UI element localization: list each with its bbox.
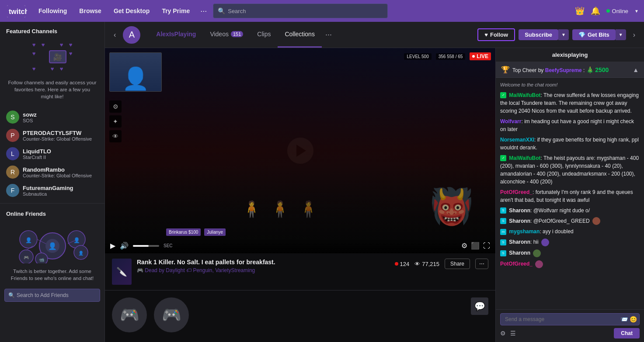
level-display: LEVEL 500 <box>404 53 431 60</box>
sidebar-item-sowz[interactable]: S sowz SOS <box>0 108 104 126</box>
online-dot <box>606 9 610 13</box>
viewer-count-hud: 356 558 / 65 <box>436 53 466 60</box>
stream-tags: 🎮 Dead by Daylight 🏷 Penguin, VarietyStr… <box>137 267 390 273</box>
channel-avatar-header: A <box>123 26 140 44</box>
tag-penguin[interactable]: Penguin <box>193 267 212 273</box>
msg-content-sharonn-1: @Wolfvarr night dude o/ <box>533 207 590 214</box>
msg-author-potofgreed-2: PotOfGreed_ <box>500 261 533 267</box>
emoji-icon[interactable]: 😊 <box>630 316 637 323</box>
channel-game-pterodactyl: Counter-Strike: Global Offensive <box>23 136 98 142</box>
nav-more-dots[interactable]: ··· <box>198 7 209 16</box>
chat-settings-icon[interactable]: ⚙ <box>500 330 506 337</box>
tab-collections[interactable]: Collections <box>278 22 321 48</box>
follow-button[interactable]: ♥ Follow <box>477 28 515 41</box>
msg-author-maiwaifu-1: MaiWaifuBot <box>509 92 540 98</box>
msg-author-norseman: NorsemanXXI <box>500 137 534 143</box>
search-bar[interactable]: 🔍 <box>213 3 388 18</box>
settings-button[interactable]: ⚙ <box>461 242 467 250</box>
more-options-button[interactable]: ⋯ <box>475 259 488 269</box>
chat-msg-mygshaman: m mygshaman: ayy i doubled <box>500 228 640 235</box>
chat-msg-maiwaifu-2: ✓ MaiWaifuBot: The heist payouts are: my… <box>500 154 640 186</box>
sidebar-item-pterodactyl[interactable]: P PTERODACTYLSFTW Counter-Strike: Global… <box>0 126 104 145</box>
sidebar-item-liquidtlo[interactable]: L LiquidTLO StarCraft II <box>0 145 104 163</box>
sidebar-toggle[interactable]: 💬 <box>471 297 488 315</box>
hearts-grid: ♥ ♥ ♥ ♥ ♥ 🎥 ♥ ♥ ♥ ♥ <box>31 41 74 72</box>
thumbnail-2[interactable]: 🎮 <box>154 297 189 332</box>
crown-icon[interactable]: 👑 <box>575 6 585 16</box>
tab-home[interactable]: AlexIsPlaying <box>149 22 203 48</box>
bell-icon[interactable]: 🔔 <box>591 6 600 16</box>
sidebar-item-futuremangaming[interactable]: F FuturemanGaming Subnautica <box>0 181 104 200</box>
online-status: Online <box>606 8 629 14</box>
chat-messages: Welcome to the chat room! ✓ MaiWaifuBot:… <box>496 78 644 309</box>
subscribe-group: Subscribe ▼ <box>519 29 569 40</box>
stream-area: 👤 ⚙ ✦ 👁 🧍 🧍 🧍 <box>105 48 644 342</box>
chat-msg-maiwaifu-1: ✓ MaiWaifuBot: The crew suffered a few l… <box>500 91 640 115</box>
stat-viewers-count: 👁 77,215 <box>414 261 439 267</box>
channel-info-randomrambo: RandomRambo Counter-Strike: Global Offen… <box>23 166 98 178</box>
get-bits-button[interactable]: 💎 Get Bits <box>572 29 616 40</box>
search-input[interactable] <box>228 8 383 14</box>
nav-right-actions: 👑 🔔 Online ▼ <box>575 6 639 16</box>
nav-dropdown-arrow[interactable]: ▼ <box>634 9 639 14</box>
search-icon: 🔍 <box>218 7 225 14</box>
next-arrow[interactable]: › <box>631 29 637 41</box>
game-tag-link[interactable]: Dead by Daylight <box>145 267 184 273</box>
chat-avatar-small-4 <box>535 260 543 268</box>
volume-button[interactable]: 🔊 <box>120 242 129 250</box>
nav-try-prime[interactable]: Try Prime <box>157 5 194 17</box>
chat-send-button[interactable]: Chat <box>614 328 640 339</box>
stream-info: 🔪 Rank 1 Killer. No Salt. I eat pallets … <box>105 253 495 290</box>
nav-browse[interactable]: Browse <box>75 5 106 17</box>
twitch-logo[interactable]: twitch <box>5 4 27 17</box>
featured-channels-title: Featured Channels <box>0 22 104 37</box>
prev-arrow[interactable]: ‹ <box>112 29 118 41</box>
subscribe-button[interactable]: Subscribe <box>519 29 558 40</box>
donation-overlay: Brinkarus $100 Julianye <box>162 228 495 236</box>
channel-name-pterodactyl: PTERODACTYLSFTW <box>23 130 98 136</box>
cheer-separator: : <box>583 67 586 73</box>
channel-name-futuremangaming: FuturemanGaming <box>23 185 98 191</box>
online-friends-title: Online Friends <box>0 207 104 220</box>
thumbnail-1[interactable]: 🎮 <box>112 297 147 332</box>
search-friends-bar[interactable]: 🔍 <box>4 289 100 302</box>
side-icon-2: ✦ <box>109 115 122 128</box>
chat-input[interactable] <box>500 313 640 325</box>
fullscreen-button[interactable]: ⛶ <box>483 242 490 250</box>
play-pause-button[interactable]: ▶ <box>110 242 115 250</box>
channel-header: ‹ A AlexIsPlaying Videos 151 Clips Colle… <box>105 22 644 48</box>
cheer-name: BeefySupreme <box>545 67 582 73</box>
volume-bar[interactable] <box>133 245 159 247</box>
nav-following[interactable]: Following <box>34 5 71 17</box>
video-container[interactable]: 👤 ⚙ ✦ 👁 🧍 🧍 🧍 <box>105 48 495 253</box>
chat-msg-sharonn-4: S Sharonn <box>500 249 640 257</box>
tab-clips[interactable]: Clips <box>250 22 278 48</box>
video-background: 👤 ⚙ ✦ 👁 🧍 🧍 🧍 <box>105 48 495 253</box>
avatar-pterodactyl: P <box>6 129 19 142</box>
video-controls: ▶ 🔊 SEC ⚙ ⬛ ⛶ <box>105 238 495 253</box>
heart-icon-6: ♥ <box>67 50 74 63</box>
chat-list-icon[interactable]: ☰ <box>510 330 516 337</box>
sidebar-item-randomrambo[interactable]: R RandomRambo Counter-Strike: Global Off… <box>0 163 104 181</box>
friends-visual: 👤 👤 👤 🎮 📹 👤 <box>0 220 104 268</box>
subscribe-dropdown[interactable]: ▼ <box>558 29 569 40</box>
send-message-icon[interactable]: 📨 <box>620 316 628 323</box>
search-friends-input[interactable] <box>17 292 96 298</box>
tag-variety[interactable]: VarietyStreaming <box>215 267 255 273</box>
cheer-collapse-button[interactable]: ▲ <box>633 66 639 73</box>
heart-icon-2: ♥ <box>40 41 47 48</box>
stat-viewers: 124 <box>395 261 410 267</box>
top-navigation: twitch Following Browse Get Desktop Try … <box>0 0 644 22</box>
bits-dropdown[interactable]: ▼ <box>616 29 626 40</box>
msg-content-sharonn-3: hii <box>533 239 539 245</box>
msg-content-sharonn-2: @PotOfGreed_ GREED <box>533 218 590 224</box>
channel-game-liquidtlo: StarCraft II <box>23 155 98 160</box>
tab-videos[interactable]: Videos 151 <box>203 22 250 48</box>
share-button[interactable]: Share <box>445 259 470 269</box>
tab-more-dots[interactable]: ··· <box>322 30 335 39</box>
nav-get-desktop[interactable]: Get Desktop <box>109 5 154 17</box>
svg-text:👤: 👤 <box>25 237 31 243</box>
cheer-banner: 🏆 Top Cheer by BeefySupreme : 🎄 2500 ▲ <box>496 62 644 78</box>
channel-info-futuremangaming: FuturemanGaming Subnautica <box>23 185 98 197</box>
theatre-button[interactable]: ⬛ <box>471 242 480 250</box>
